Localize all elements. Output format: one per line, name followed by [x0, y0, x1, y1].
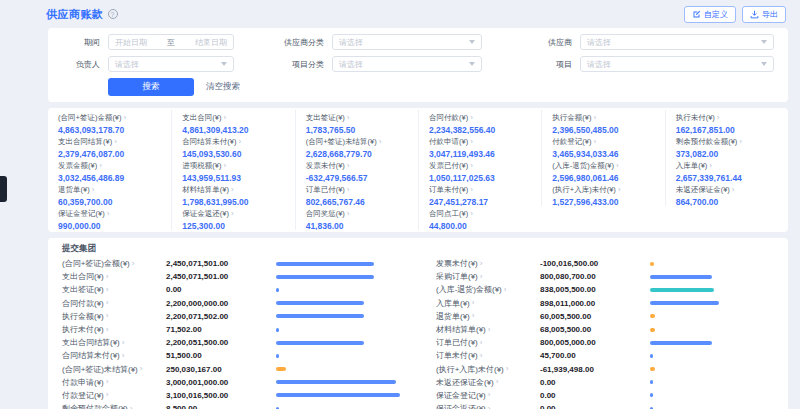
chevron-right-icon: › [122, 352, 125, 360]
metric-cell[interactable]: 剩余预付款金额(¥)›373,082.00 [665, 134, 788, 158]
breakdown-row[interactable]: 订单已付(¥)›800,005,000.00 [436, 336, 774, 349]
chevron-right-icon: › [379, 138, 382, 146]
breakdown-value: 3,000,001,000.00 [166, 378, 276, 387]
breakdown-row[interactable]: 支出合同(¥)›2,450,071,501.00 [62, 270, 400, 283]
metric-cell[interactable]: 合同付款(¥)›2,234,382,556.40 [418, 110, 541, 134]
supplier-category-placeholder: 请选择 [339, 37, 363, 48]
clear-search-button[interactable]: 清空搜索 [206, 81, 240, 93]
breakdown-value: 898,011,000.00 [540, 299, 650, 308]
metric-value: 247,451,278.17 [429, 197, 531, 206]
metric-cell[interactable]: 材料结算单(¥)›1,798,631,995.00 [171, 182, 294, 206]
export-button[interactable]: 导出 [742, 6, 786, 23]
metric-cell[interactable]: 付款登记(¥)›3,465,934,033.46 [541, 134, 664, 158]
breakdown-bar [276, 354, 400, 358]
breakdown-row[interactable]: (合同+签证)未结算(¥)›250,030,167.00 [62, 363, 400, 376]
breakdown-row[interactable]: 付款登记(¥)›3,100,016,500.00 [62, 389, 400, 402]
breakdown-row[interactable]: 材料结算单(¥)›68,005,500.00 [436, 323, 774, 336]
breakdown-row[interactable]: 订单未付(¥)›45,700.00 [436, 349, 774, 362]
breakdown-row[interactable]: 合同付款(¥)›2,200,000,000.00 [62, 297, 400, 310]
page-title: 供应商账款 [46, 7, 104, 22]
project-select[interactable]: 请选择 [580, 56, 774, 72]
metric-cell[interactable]: 保证金返还(¥)›125,300.00 [171, 206, 294, 230]
metric-cell[interactable]: 合同奖惩(¥)›41,836.00 [295, 206, 418, 230]
breakdown-value: 8,500.00 [166, 404, 276, 409]
breakdown-value: 838,005,500.00 [540, 285, 650, 294]
breakdown-row[interactable]: 付款申请(¥)›3,000,001,000.00 [62, 376, 400, 389]
search-button[interactable]: 搜索 [108, 78, 194, 96]
metric-cell[interactable]: (合同+签证)未结算(¥)›2,628,668,779.70 [295, 134, 418, 158]
metric-cell[interactable]: 付款申请(¥)›3,047,119,493.46 [418, 134, 541, 158]
breakdown-row[interactable]: 执行金额(¥)›2,200,071,502.00 [62, 310, 400, 323]
breakdown-bar [276, 393, 400, 397]
metric-cell[interactable]: 保证金登记(¥)›990,000.00 [48, 206, 171, 230]
metric-cell[interactable]: 合同结算未付(¥)›145,093,530.60 [171, 134, 294, 158]
breakdown-row[interactable]: 退货单(¥)›60,005,500.00 [436, 310, 774, 323]
metric-cell[interactable]: 退货单(¥)›60,359,700.00 [48, 182, 171, 206]
metric-cell[interactable]: 入库单(¥)›2,657,339,761.44 [665, 158, 788, 182]
breakdown-row[interactable]: 剩余预付款金额(¥)›8,500.00 [62, 402, 400, 409]
metric-cell[interactable]: 进项税额(¥)›143,959,511.93 [171, 158, 294, 182]
metric-cell[interactable]: 合同点工(¥)›44,800.00 [418, 206, 541, 230]
breakdown-bar [650, 380, 774, 384]
breakdown-value: -100,016,500.00 [540, 259, 650, 268]
project-category-select[interactable]: 请选择 [332, 56, 482, 72]
metric-cell[interactable]: 发票未付(¥)›-632,479,566.57 [295, 158, 418, 182]
breakdown-row[interactable]: 合同结算未付(¥)›51,500.00 [62, 349, 400, 362]
metric-cell[interactable]: (入库-退货)金额(¥)›2,596,980,061.46 [541, 158, 664, 182]
metric-cell[interactable]: 发票金额(¥)›3,032,456,486.89 [48, 158, 171, 182]
drawer-handle[interactable] [0, 176, 7, 202]
customize-button[interactable]: 自定义 [684, 6, 736, 23]
breakdown-bar [650, 367, 774, 371]
breakdown-row[interactable]: 发票未付(¥)›-100,016,500.00 [436, 257, 774, 270]
owner-select[interactable]: 请选择 [108, 56, 234, 72]
metric-cell[interactable]: 支出合同结算(¥)›2,379,476,087.00 [48, 134, 171, 158]
metric-label: 发票金额(¥)› [58, 161, 161, 171]
breakdown-bar [276, 301, 400, 305]
chevron-right-icon: › [106, 326, 109, 334]
metric-cell[interactable]: (合同+签证)金额(¥)›4,863,093,178.70 [48, 110, 171, 134]
help-icon[interactable]: ? [108, 9, 118, 19]
metric-label: 合同付款(¥)› [429, 113, 531, 123]
chevron-right-icon: › [114, 138, 117, 146]
breakdown-row[interactable]: (合同+签证)金额(¥)›2,450,071,501.00 [62, 257, 400, 270]
breakdown-bar [650, 393, 774, 397]
breakdown-label: 执行金额(¥)› [62, 311, 166, 322]
supplier-category-select[interactable]: 请选择 [332, 34, 482, 50]
chevron-right-icon: › [470, 138, 473, 146]
metric-label: 执行金额(¥)› [552, 113, 654, 123]
breakdown-row[interactable]: 支出签证(¥)›0.00 [62, 283, 400, 296]
metric-cell[interactable]: 未返还保证金(¥)›864,700.00 [665, 182, 788, 206]
metric-cell[interactable]: 支出签证(¥)›1,783,765.50 [295, 110, 418, 134]
metric-cell[interactable]: 订单已付(¥)›802,665,767.46 [295, 182, 418, 206]
breakdown-bar [276, 288, 400, 292]
breakdown-row[interactable]: 执行未付(¥)›71,502.00 [62, 323, 400, 336]
chevron-down-icon [221, 62, 227, 66]
breakdown-row[interactable]: (入库-退货)金额(¥)›838,005,500.00 [436, 283, 774, 296]
chevron-down-icon [761, 40, 767, 44]
chevron-right-icon: › [732, 186, 735, 194]
chevron-right-icon: › [231, 186, 234, 194]
metric-cell[interactable]: 订单未付(¥)›247,451,278.17 [418, 182, 541, 206]
chevron-right-icon: › [347, 114, 350, 122]
metric-cell[interactable]: 执行金额(¥)›2,396,550,485.00 [541, 110, 664, 134]
period-date-range-input[interactable]: 开始日期 至 结束日期 [108, 34, 234, 50]
breakdown-row[interactable]: 采购订单(¥)›800,080,700.00 [436, 270, 774, 283]
breakdown-label: 退货单(¥)› [436, 311, 540, 322]
metric-cell[interactable]: (执行+入库)未付(¥)›1,527,596,433.00 [541, 182, 664, 206]
supplier-select[interactable]: 请选择 [580, 34, 774, 50]
breakdown-row[interactable]: (执行+入库)未付(¥)›-61,939,498.00 [436, 363, 774, 376]
breakdown-row[interactable]: 未返还保证金(¥)›0.00 [436, 376, 774, 389]
breakdown-row[interactable]: 保证金登记(¥)›0.00 [436, 389, 774, 402]
metric-cell[interactable]: 支出合同(¥)›4,861,309,413.20 [171, 110, 294, 134]
chevron-right-icon: › [347, 186, 350, 194]
metric-value: 2,396,550,485.00 [552, 125, 654, 134]
breakdown-row[interactable]: 保证金返还(¥)›0.00 [436, 402, 774, 409]
breakdown-row[interactable]: 支出合同结算(¥)›2,200,051,500.00 [62, 336, 400, 349]
metric-cell[interactable]: 发票已付(¥)›1,050,117,025.63 [418, 158, 541, 182]
breakdown-bar [650, 288, 774, 292]
metric-label: 材料结算单(¥)› [182, 185, 284, 195]
metric-cell[interactable]: 执行未付(¥)›162,167,851.00 [665, 110, 788, 134]
chevron-right-icon: › [140, 365, 143, 373]
metric-label: 进项税额(¥)› [182, 161, 284, 171]
breakdown-row[interactable]: 入库单(¥)›898,011,000.00 [436, 297, 774, 310]
